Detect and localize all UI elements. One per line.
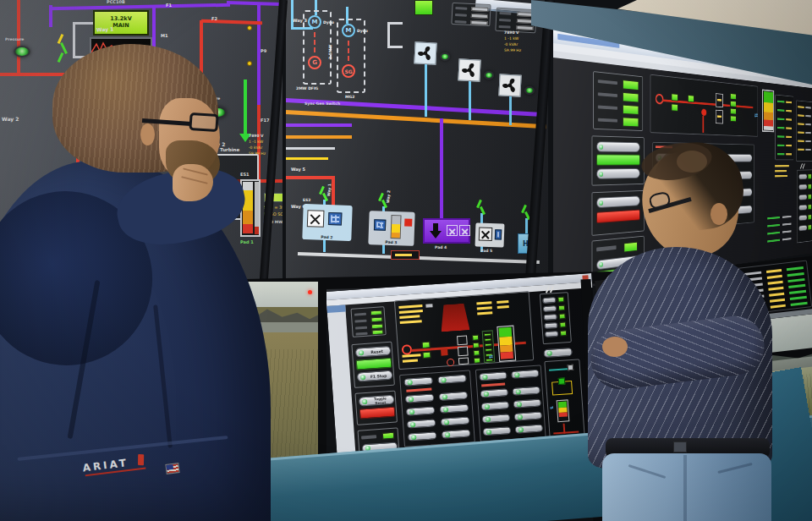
status-led [524,86,535,95]
sg-letters: SG [344,69,352,74]
alarm-square [404,219,412,227]
device-label: M1 [161,34,167,39]
green-switch-icon [558,378,566,386]
pill-button [482,414,511,423]
flow-arrow-icon [85,166,102,181]
pill-button-wide [543,348,573,358]
green-button [356,358,392,370]
load-bank-box [423,218,470,244]
es2-label: ES2 [303,198,310,202]
pill-button [656,191,688,201]
pill-button [403,376,433,386]
status-led [14,46,30,58]
pill-button [656,153,688,162]
telemetry-value: -0 kVAr [504,42,518,47]
device-label: F17 [261,118,269,123]
data-table [451,3,491,26]
hybrid-diagram-panel: ⇄ [544,359,584,441]
button-group [592,135,645,185]
telemetry-value: 1 -1 kW [504,36,518,41]
lc-label: LC_1418 [80,81,105,87]
battery-bank-icon [495,229,502,239]
pill-button [405,393,435,403]
pill-button [441,417,470,426]
green-button [596,154,639,165]
device-label: P9 [261,49,266,54]
floor-shadow [0,496,203,521]
interlock-icon [447,359,455,367]
button-group: Toggle Reset [354,391,398,425]
pill-button [596,195,639,208]
battery-gauge-es1 [240,179,261,237]
pill-button [544,314,557,321]
generator-icon: G [308,56,321,69]
red-trend-shape [439,303,469,332]
stop-button: F1 Stop [357,370,393,382]
data-table [713,260,812,317]
generator-letter: G [312,59,317,66]
pill-button [515,424,544,433]
status-block-panel [593,71,643,131]
way-label: Way 3 [81,125,98,131]
data-table [775,95,793,161]
fan-icon [458,58,480,81]
pill-button [406,406,436,415]
main-breaker-reading: 17.8 MW [105,61,128,66]
waveform-scope [90,37,152,59]
motor-letter: M [312,19,318,25]
sky [195,282,320,307]
storage-gauge [391,215,402,239]
screen-grid-left: PCC10B 13.2kV MAIN 17.8 MW LC_1418 Press… [0,0,283,292]
telemetry-value: 59.99 Hz [504,48,521,52]
button-group: Reset F1 Stop [351,342,395,388]
pill-button [596,141,639,152]
button-grid [475,365,546,441]
way-label: Way 5 [291,167,305,173]
telemetry-value: -0 kVAr [249,145,262,150]
telemetry-value: 7890 V [504,30,519,35]
pill-button [798,205,807,211]
data-table [495,8,536,33]
pill-button [692,172,721,181]
button-grid [399,370,475,447]
pill-button [692,207,721,217]
red-button [359,407,396,420]
dashed-shaft [314,32,315,52]
rec-indicator [308,290,312,294]
way-label: Way 2 [2,117,19,123]
status-block-panel [350,306,386,337]
pill-button [481,401,510,410]
pill-button [692,154,721,162]
converter-icon [307,210,325,228]
pill-button [545,331,558,337]
mg2-label: MG2 [345,95,354,99]
agc-tag [391,250,420,260]
battery-gauge [497,326,516,362]
pill-button [437,375,467,384]
legend-line: Bus [183,158,257,167]
down-arrow-icon [430,231,442,239]
converter-icon [447,225,458,236]
pill-button [514,412,543,421]
es3-storage-box: Pad 3 [368,211,414,246]
pill-button [656,173,688,182]
inverter-icon: ⇄ [754,112,758,118]
motor-icon: M [342,24,355,37]
battery-bank-icon [328,212,343,226]
status-led [210,107,227,118]
rating-label: 2.5MW [328,45,332,59]
pill-button [511,370,540,379]
storage-gauge [557,399,570,422]
telemetry-value: 7890 V [249,134,264,138]
inverter-icon: ⇄ [489,354,493,359]
fan-icon [498,74,521,96]
pill-button [798,195,807,200]
pill-button [542,297,556,304]
pill-button [483,426,512,436]
button-group [592,190,645,236]
turbine-label: Turbine [220,147,239,152]
pill-button [596,168,639,179]
control-room-photo: PCC10B 13.2kV MAIN 17.8 MW LC_1418 Press… [0,0,812,521]
device-label: F2 [211,17,217,22]
status-text-rows [767,211,811,254]
